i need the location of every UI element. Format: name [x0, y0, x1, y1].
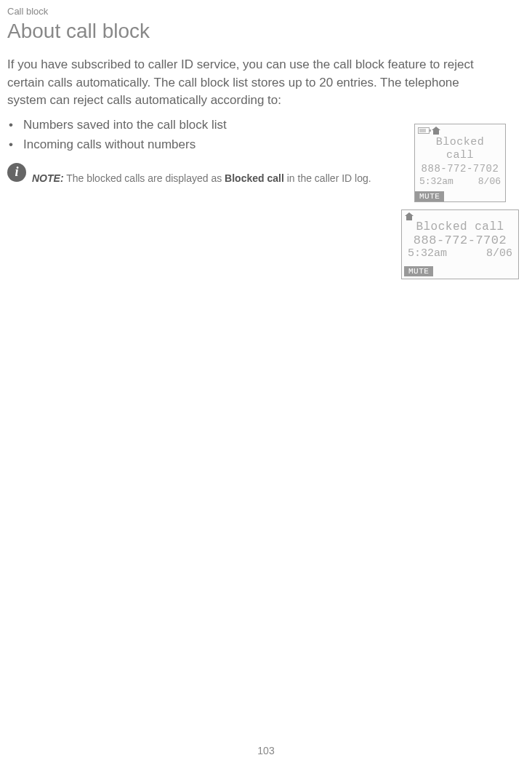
base-screen-large: Blocked call 888-772-7702 5:32am 8/06 MU… — [401, 209, 519, 279]
device-screens: Blocked call 888-772-7702 5:32am 8/06 MU… — [401, 124, 519, 279]
lcd-date: 8/06 — [478, 176, 501, 187]
note-strong: Blocked call — [225, 172, 284, 184]
lcd-meta: 5:32am 8/06 — [415, 176, 505, 187]
note-text: NOTE: The blocked calls are displayed as… — [32, 163, 371, 185]
lcd-meta: 5:32am 8/06 — [402, 247, 518, 260]
lcd-number: 888-772-7702 — [415, 163, 505, 175]
lcd-time: 5:32am — [419, 176, 454, 187]
status-row — [415, 124, 505, 135]
mute-label: MUTE — [415, 191, 444, 201]
note-pre: The blocked calls are displayed as — [64, 172, 225, 184]
lcd-number: 888-772-7702 — [402, 233, 518, 247]
lcd-line: Blocked — [415, 137, 505, 148]
info-icon: i — [7, 163, 26, 182]
note-post: in the caller ID log. — [284, 172, 371, 184]
lcd-date: 8/06 — [486, 247, 512, 260]
battery-icon — [418, 127, 430, 134]
mute-label: MUTE — [404, 266, 433, 276]
lcd-title: Blocked call — [402, 220, 518, 233]
handset-screen-small: Blocked call 888-772-7702 5:32am 8/06 MU… — [414, 124, 506, 202]
status-row — [402, 210, 518, 220]
page-title: About call block — [7, 20, 525, 43]
home-icon — [432, 127, 440, 135]
intro-paragraph: If you have subscribed to caller ID serv… — [7, 56, 501, 110]
note-row: i NOTE: The blocked calls are displayed … — [7, 163, 422, 185]
lcd-time: 5:32am — [408, 247, 447, 260]
home-icon — [405, 212, 414, 220]
lcd-line: call — [415, 150, 505, 161]
note-label: NOTE: — [32, 172, 64, 184]
section-label: Call block — [7, 6, 525, 17]
page-number: 103 — [257, 745, 274, 756]
